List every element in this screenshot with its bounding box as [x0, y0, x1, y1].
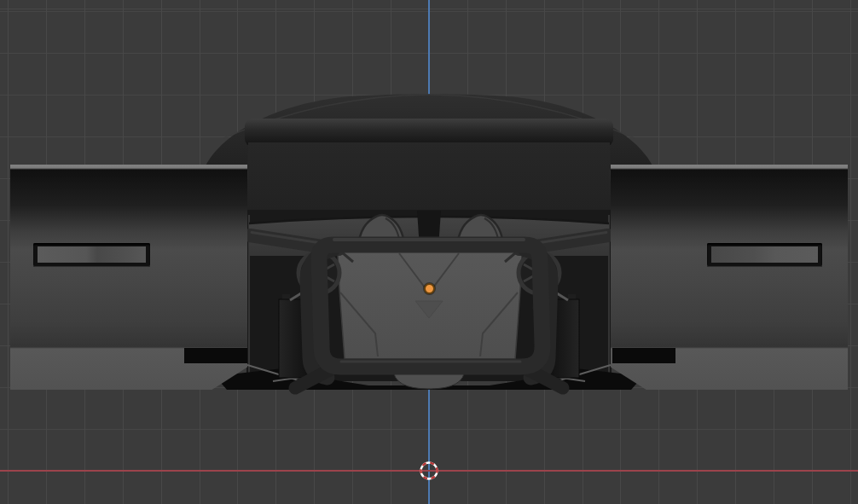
- pod-vent-slot-left: [33, 243, 150, 267]
- cage-shoulder-tube-left: [250, 235, 339, 249]
- wheel-right: [519, 252, 559, 293]
- pod-notch-right: [612, 348, 675, 363]
- cage-joint-right: [533, 301, 545, 313]
- pod-vent-glass-right: [711, 246, 818, 263]
- cage-joint-left: [313, 301, 325, 313]
- tailgate-panel[interactable]: [338, 251, 522, 359]
- object-origin-point[interactable]: [424, 283, 435, 294]
- cage-stub-right: [525, 368, 563, 388]
- cage-shoulder-tube-right: [519, 235, 608, 249]
- headrest-right[interactable]: [457, 215, 503, 246]
- headrest-left[interactable]: [358, 215, 404, 246]
- cursor-3d[interactable]: [416, 458, 442, 484]
- side-pod-left[interactable]: [10, 165, 247, 390]
- pod-vent-glass-left: [38, 246, 146, 263]
- cage-main-hoop: [319, 245, 542, 367]
- cage-outer-brace-left: [307, 250, 333, 378]
- cage-outer-brace-right: [525, 250, 551, 378]
- equipment-box-left[interactable]: [279, 282, 319, 378]
- axis-z-line: [428, 0, 430, 504]
- pod-vent-slot-right: [707, 243, 822, 267]
- side-pod-right[interactable]: [611, 165, 848, 390]
- pod-notch-left: [184, 348, 247, 363]
- cage-stub-left: [295, 368, 333, 388]
- wheel-left: [299, 252, 339, 293]
- viewport-canvas[interactable]: [0, 0, 858, 504]
- equipment-box-right[interactable]: [539, 282, 579, 378]
